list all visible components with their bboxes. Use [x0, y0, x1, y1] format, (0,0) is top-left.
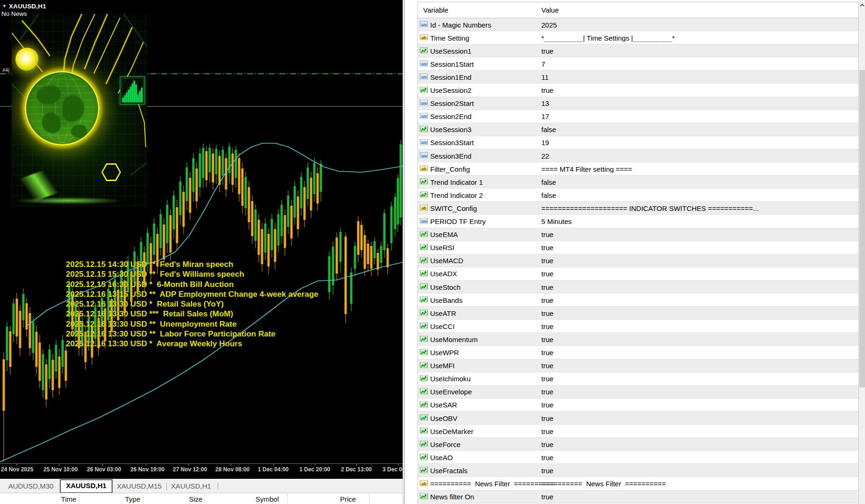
- param-name: UseBands: [430, 296, 462, 304]
- param-value[interactable]: true: [541, 466, 553, 474]
- param-row[interactable]: ab========== News Filter ===============…: [418, 477, 858, 490]
- param-value[interactable]: true: [541, 493, 553, 501]
- param-value[interactable]: true: [541, 335, 553, 343]
- param-value[interactable]: ========== News Filter ==========: [541, 480, 666, 488]
- param-value[interactable]: 13: [541, 99, 549, 107]
- param-row[interactable]: UseMomentumtrue: [418, 333, 858, 346]
- param-row[interactable]: 123Session1End11: [418, 70, 858, 84]
- param-value[interactable]: true: [541, 440, 553, 448]
- param-row[interactable]: 123Session2Start13: [418, 97, 858, 110]
- param-row[interactable]: UseRSItrue: [418, 241, 858, 254]
- chart-dropdown-icon[interactable]: ▼: [2, 4, 7, 8]
- param-row[interactable]: UseIchimokutrue: [418, 372, 858, 385]
- param-row[interactable]: UseStochtrue: [418, 280, 858, 294]
- param-value[interactable]: ===================== INDICATOR SWITCHES…: [541, 204, 759, 212]
- param-value[interactable]: true: [541, 231, 553, 238]
- param-row[interactable]: UseAOtrue: [418, 451, 858, 464]
- param-value[interactable]: false: [541, 126, 556, 133]
- param-value[interactable]: true: [541, 47, 553, 55]
- param-value[interactable]: false: [541, 178, 556, 186]
- scrollbar-thumb[interactable]: [859, 70, 865, 387]
- param-row[interactable]: 123Session2End17: [418, 110, 858, 123]
- bear-candle: [241, 168, 244, 206]
- tab-audusd-m30[interactable]: AUDUSD,M30: [5, 480, 57, 492]
- param-value[interactable]: true: [541, 283, 553, 291]
- param-value[interactable]: 7: [541, 60, 545, 68]
- param-value[interactable]: true: [541, 388, 553, 396]
- param-row[interactable]: UseFractalstrue: [418, 464, 858, 477]
- boolean-param-icon: [420, 401, 428, 408]
- bull-candle: [390, 206, 393, 243]
- bear-candle: [317, 173, 319, 203]
- param-row[interactable]: Trend Indicator 2false: [418, 189, 858, 202]
- param-row[interactable]: UseOBVtrue: [418, 412, 858, 425]
- param-row[interactable]: abFilter_Config==== MT4 Filter setting =…: [418, 162, 858, 175]
- tab-xauusd-h1[interactable]: XAUUSD,H1: [168, 480, 214, 492]
- param-row[interactable]: abSWITC_Config===================== INDI…: [418, 202, 858, 215]
- bull-candle: [13, 303, 15, 334]
- param-value[interactable]: 5 Minutes: [541, 217, 572, 225]
- param-value[interactable]: true: [541, 257, 553, 265]
- param-row[interactable]: 123Id - Magic Numbers2025: [418, 18, 858, 31]
- param-row[interactable]: 123Session1Start7: [418, 57, 858, 70]
- param-value[interactable]: false: [541, 191, 556, 199]
- param-value[interactable]: 17: [541, 112, 549, 120]
- param-row[interactable]: UseSession2true: [418, 84, 858, 97]
- param-row[interactable]: UseEnvelopetrue: [418, 385, 858, 399]
- param-row[interactable]: UseWPRtrue: [418, 346, 858, 359]
- terminal-column-divider: [287, 494, 288, 504]
- param-value[interactable]: true: [541, 296, 553, 304]
- param-value[interactable]: true: [541, 453, 553, 461]
- globe-graphic: [12, 14, 147, 206]
- param-value[interactable]: true: [541, 322, 553, 330]
- param-row[interactable]: 123Session3Start19: [418, 136, 858, 149]
- param-value[interactable]: *__________| Time Settings |__________*: [541, 34, 675, 42]
- param-value[interactable]: true: [541, 86, 553, 94]
- param-row[interactable]: 123Session3End22: [418, 149, 858, 162]
- param-value[interactable]: true: [541, 362, 553, 370]
- time-axis-label: 1 Dec 04:00: [258, 466, 289, 473]
- param-value[interactable]: 11: [541, 73, 549, 81]
- tab-xauusd-m15[interactable]: XAUUSD,M15: [113, 480, 165, 492]
- param-value[interactable]: true: [541, 349, 553, 357]
- news-event-line: 2025.12.16 13:30 USD *** Retail Sales (M…: [66, 309, 318, 319]
- param-value[interactable]: true: [541, 244, 553, 252]
- param-row[interactable]: UseBandstrue: [418, 294, 858, 307]
- param-value[interactable]: true: [541, 270, 553, 278]
- param-value[interactable]: true: [541, 309, 553, 317]
- param-row[interactable]: UseADXtrue: [418, 267, 858, 280]
- param-row[interactable]: 123PERIOD TF Entry5 Minutes: [418, 215, 858, 228]
- param-row[interactable]: UseEMAtrue: [418, 228, 858, 241]
- param-row[interactable]: UseSession1true: [418, 44, 858, 57]
- param-row[interactable]: UseCCItrue: [418, 320, 858, 333]
- param-row[interactable]: abTime Setting*__________| Time Settings…: [418, 31, 858, 44]
- param-value[interactable]: true: [541, 375, 553, 383]
- param-value[interactable]: true: [541, 401, 553, 409]
- param-row[interactable]: UseSARtrue: [418, 399, 858, 412]
- param-value[interactable]: 22: [541, 152, 549, 160]
- param-row[interactable]: UseSession3false: [418, 123, 858, 136]
- param-row[interactable]: UseMACDtrue: [418, 254, 858, 267]
- tab-xauusd-h1[interactable]: XAUUSD,H1: [60, 479, 113, 493]
- param-value[interactable]: true: [541, 427, 553, 435]
- order-line-label: #4(: [2, 67, 10, 73]
- param-row[interactable]: UseMFItrue: [418, 359, 858, 372]
- scroll-up-button[interactable]: [859, 0, 865, 10]
- bull-candle: [300, 177, 303, 208]
- param-value[interactable]: true: [541, 414, 553, 422]
- chart-window[interactable]: ▼XAUUSD,H1 No News #4( 2025.12.15 14:30 …: [0, 0, 403, 479]
- param-row[interactable]: News filter Ontrue: [418, 490, 858, 504]
- param-value[interactable]: 19: [541, 139, 549, 147]
- param-row[interactable]: Trend Indicator 1false: [418, 175, 858, 189]
- param-row[interactable]: UseDeMarkertrue: [418, 425, 858, 438]
- time-axis[interactable]: 24 Nov 202525 Nov 10:0026 Nov 03:0026 No…: [0, 463, 403, 479]
- param-row[interactable]: UseATRtrue: [418, 307, 858, 320]
- param-value[interactable]: ==== MT4 Filter setting ====: [541, 165, 632, 173]
- bear-candle: [291, 206, 293, 238]
- bear-candle: [284, 215, 286, 248]
- vertical-scrollbar[interactable]: [859, 0, 865, 504]
- param-value[interactable]: 2025: [541, 21, 557, 28]
- parameters-table: Variable Value 123Id - Magic Numbers2025…: [418, 2, 859, 504]
- param-row[interactable]: UseForcetrue: [418, 438, 858, 451]
- time-axis-label: 1 Dec 20:00: [299, 466, 330, 473]
